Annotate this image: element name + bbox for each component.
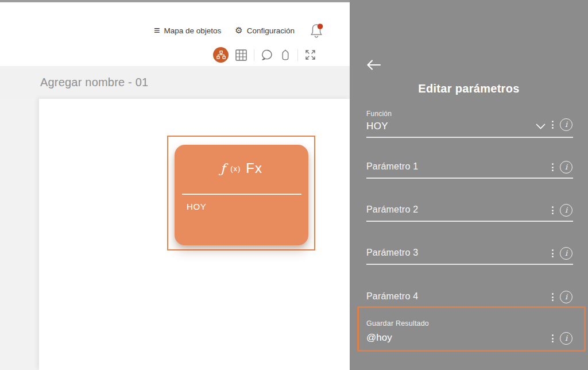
- param-4-field[interactable]: Parámetro 4: [366, 291, 418, 302]
- chevron-down-icon: [536, 124, 546, 130]
- app-window: ≡ Mapa de objetos ⚙ Configuración: [0, 0, 588, 370]
- configuration-label: Configuración: [247, 26, 295, 35]
- top-strip: [0, 0, 350, 2]
- fullscreen-button[interactable]: [305, 49, 316, 60]
- field-underline: [366, 137, 573, 138]
- flowchart-view-button[interactable]: [213, 47, 229, 63]
- toolbar-divider: [297, 49, 298, 61]
- map-of-objects-label: Mapa de objetos: [164, 26, 222, 35]
- title-bar: Agregar nombre - 01: [0, 66, 350, 99]
- tag-icon: [280, 49, 291, 60]
- function-field-actions: i: [551, 118, 572, 132]
- info-icon[interactable]: i: [560, 118, 572, 131]
- more-options-icon[interactable]: [551, 205, 555, 216]
- comments-button[interactable]: [261, 49, 273, 61]
- notifications-button[interactable]: [308, 22, 324, 39]
- function-card[interactable]: ƒ (x) Fx HOY: [175, 145, 308, 245]
- field-underline: [366, 221, 573, 222]
- fx-icon: ƒ: [220, 161, 225, 176]
- save-result-actions: i: [551, 332, 572, 345]
- more-options-icon[interactable]: [551, 333, 555, 344]
- expand-icon: [305, 49, 316, 60]
- function-field-value[interactable]: HOY: [366, 121, 388, 132]
- configuration-button[interactable]: ⚙ Configuración: [235, 26, 295, 35]
- diagram-canvas[interactable]: ƒ (x) Fx HOY: [39, 99, 350, 370]
- field-underline: [366, 178, 573, 179]
- panel-title: Editar parámetros: [350, 82, 588, 95]
- bell-icon: [308, 22, 324, 39]
- save-result-value[interactable]: @hoy: [366, 332, 392, 344]
- notification-dot: [318, 24, 323, 29]
- function-dropdown-button[interactable]: [536, 122, 546, 130]
- grid-icon: [235, 49, 247, 61]
- function-field-label: Función: [366, 110, 392, 118]
- label-button[interactable]: [280, 49, 291, 60]
- more-options-icon[interactable]: [551, 291, 555, 303]
- info-icon[interactable]: i: [560, 332, 572, 345]
- map-of-objects-button[interactable]: ≡ Mapa de objetos: [154, 25, 221, 36]
- info-icon[interactable]: i: [560, 161, 572, 174]
- grid-view-button[interactable]: [235, 49, 247, 61]
- card-type-label: Fx: [246, 160, 262, 176]
- fx-args: (x): [230, 164, 241, 173]
- param-1-field[interactable]: Parámetro 1: [366, 161, 418, 172]
- back-arrow-icon: [366, 58, 382, 72]
- gear-icon: ⚙: [235, 26, 242, 35]
- page-title: Agregar nombre - 01: [40, 76, 148, 89]
- function-card-header: ƒ (x) Fx: [175, 160, 308, 176]
- canvas-region: ≡ Mapa de objetos ⚙ Configuración: [0, 0, 350, 370]
- info-icon[interactable]: i: [560, 204, 572, 217]
- back-button[interactable]: [366, 58, 382, 72]
- param-1-actions: i: [551, 160, 572, 174]
- more-options-icon[interactable]: [551, 119, 555, 130]
- menubar: ≡ Mapa de objetos ⚙ Configuración: [154, 22, 324, 39]
- edit-parameters-panel: Editar parámetros Función HOY i Parámetr…: [350, 0, 588, 370]
- card-divider: [182, 194, 301, 195]
- param-2-field[interactable]: Parámetro 2: [366, 205, 418, 215]
- field-underline: [366, 264, 573, 265]
- toolbar-divider: [254, 49, 254, 61]
- view-toolbar: [213, 47, 316, 63]
- chat-icon: [261, 49, 273, 61]
- more-options-icon[interactable]: [551, 248, 555, 259]
- param-2-actions: i: [551, 203, 572, 217]
- param-3-field[interactable]: Parámetro 3: [366, 248, 418, 258]
- param-4-actions: i: [551, 290, 572, 304]
- hamburger-icon: ≡: [154, 25, 160, 36]
- save-result-highlight-box: Guardar Resultado @hoy i: [357, 306, 586, 352]
- more-options-icon[interactable]: [551, 161, 555, 173]
- flowchart-icon: [216, 51, 226, 59]
- save-result-label: Guardar Resultado: [366, 319, 429, 327]
- param-3-actions: i: [551, 246, 572, 260]
- card-function-name: HOY: [187, 202, 206, 211]
- info-icon[interactable]: i: [560, 291, 572, 303]
- info-icon[interactable]: i: [560, 247, 572, 260]
